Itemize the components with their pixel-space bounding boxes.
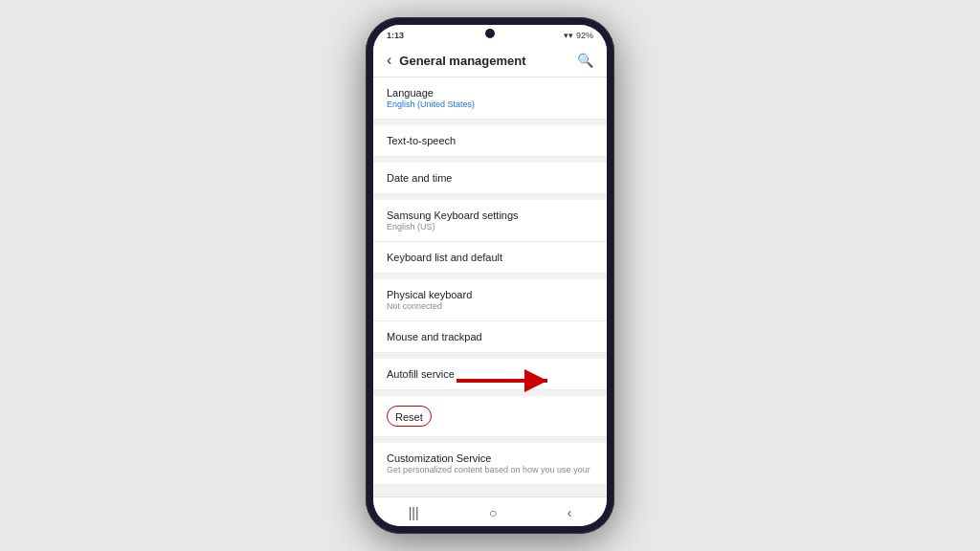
home-button[interactable]: ○ (489, 505, 497, 520)
physical-keyboard-sub: Not connected (387, 301, 593, 311)
text-to-speech-label: Text-to-speech (387, 135, 593, 146)
navigation-bar: ||| ○ ‹ (373, 496, 607, 526)
page-title: General management (399, 54, 577, 68)
text-to-speech-item[interactable]: Text-to-speech (373, 125, 607, 157)
physical-keyboard-label: Physical keyboard (387, 289, 593, 300)
customization-item[interactable]: Customization Service Get personalized c… (373, 443, 607, 485)
back-button[interactable]: ‹ (387, 52, 391, 69)
customization-label: Customization Service (387, 452, 593, 464)
mouse-trackpad-item[interactable]: Mouse and trackpad (373, 321, 607, 353)
samsung-keyboard-label: Samsung Keyboard settings (387, 209, 593, 221)
customization-sub: Get personalized content based on how yo… (387, 465, 593, 474)
search-icon[interactable]: 🔍 (577, 53, 593, 68)
annotation-arrow (452, 366, 557, 395)
screenshot-container: 1:13 ▾▾ 92% ‹ General management 🔍 Langu… (366, 17, 614, 534)
reset-label-border: Reset (387, 406, 432, 427)
camera-notch (485, 29, 495, 38)
keyboard-list-item[interactable]: Keyboard list and default (373, 242, 607, 274)
status-time: 1:13 (387, 31, 404, 40)
back-nav-button[interactable]: ‹ (568, 505, 572, 520)
wifi-icon: ▾▾ (564, 31, 573, 40)
settings-list: Language English (United States) Text-to… (373, 77, 607, 496)
samsung-keyboard-sub: English (US) (387, 222, 593, 231)
phone-device: 1:13 ▾▾ 92% ‹ General management 🔍 Langu… (366, 17, 614, 534)
reset-label: Reset (395, 411, 423, 423)
physical-keyboard-item[interactable]: Physical keyboard Not connected (373, 279, 607, 321)
language-sub: English (United States) (387, 99, 593, 109)
battery-icon: 92% (576, 31, 593, 40)
samsung-keyboard-item[interactable]: Samsung Keyboard settings English (US) (373, 200, 607, 242)
top-bar: ‹ General management 🔍 (373, 44, 607, 77)
status-icons: ▾▾ 92% (564, 31, 593, 40)
recents-button[interactable]: ||| (409, 505, 419, 520)
date-time-label: Date and time (387, 172, 593, 184)
date-time-item[interactable]: Date and time (373, 163, 607, 194)
keyboard-list-label: Keyboard list and default (387, 252, 593, 263)
language-item[interactable]: Language English (United States) (373, 77, 607, 120)
phone-screen: 1:13 ▾▾ 92% ‹ General management 🔍 Langu… (373, 25, 607, 526)
language-label: Language (387, 87, 593, 99)
reset-item[interactable]: Reset (373, 396, 607, 437)
mouse-trackpad-label: Mouse and trackpad (387, 331, 593, 342)
